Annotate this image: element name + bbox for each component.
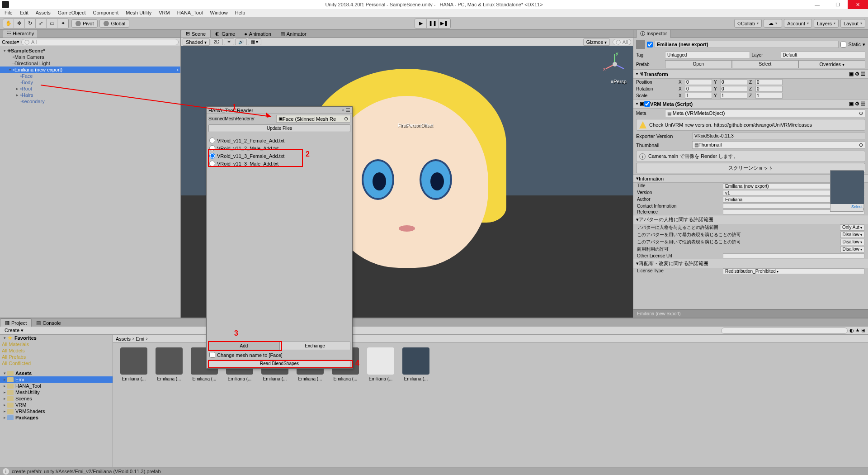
audio-toggle[interactable]: 🔊	[235, 38, 247, 45]
hana-titlebar[interactable]: HANA_Tool_Reader ▫☰	[207, 107, 352, 114]
animation-tab[interactable]: ● Animation	[240, 30, 276, 38]
console-tab[interactable]: ▤ Console	[32, 319, 65, 327]
radio-v112-female[interactable]: VRoid_v11_2_Female_Add.txt	[207, 137, 352, 144]
menu-meshutility[interactable]: Mesh Utility	[122, 9, 155, 17]
folder-meshutility[interactable]: ▸MeshUtility	[0, 389, 113, 395]
pivot-toggle[interactable]: Pivot	[71, 19, 98, 28]
perm3-dropdown[interactable]: Disallow	[840, 239, 864, 245]
step-button[interactable]: ▶❚	[439, 19, 450, 28]
hierarchy-search[interactable]: ◯All	[21, 39, 179, 45]
hana-tool-window[interactable]: HANA_Tool_Reader ▫☰ SkinnedMeshRenderer …	[206, 106, 353, 369]
minimize-button[interactable]: —	[807, 0, 827, 9]
collab-dropdown[interactable]: ◇ Collab	[734, 19, 762, 28]
pos-x[interactable]: 0	[685, 79, 712, 85]
gizmos-dropdown[interactable]: Gizmos ▾	[583, 38, 610, 46]
fav-models[interactable]: All Models	[0, 347, 113, 354]
scl-y[interactable]: 1	[720, 93, 747, 99]
rotate-tool-button[interactable]: ↻	[25, 19, 36, 28]
menu-assets[interactable]: Assets	[32, 9, 54, 17]
hierarchy-item-face[interactable]: ▫ Face	[0, 73, 180, 79]
hierarchy-item-root[interactable]: ▸▫ Root	[0, 86, 180, 92]
fav-materials[interactable]: All Materials	[0, 341, 113, 347]
hand-tool-button[interactable]: ✋	[3, 19, 14, 28]
update-files-button[interactable]: Update Files	[208, 124, 350, 132]
change-mesh-checkbox[interactable]: Change mesh name to [Face]	[207, 351, 352, 359]
folder-scenes[interactable]: ▸Scenes	[0, 395, 113, 402]
smr-field[interactable]: ▣ Face (Skinned Mesh Re⊙	[276, 115, 350, 123]
menu-gameobject[interactable]: GameObject	[54, 9, 90, 17]
radio-v113-male[interactable]: VRoid_v11_3_Male_Add.txt	[207, 160, 352, 167]
rot-y[interactable]: 0	[720, 86, 747, 92]
2d-toggle[interactable]: 2D	[211, 38, 223, 45]
perm1-dropdown[interactable]: Only Aut	[840, 224, 864, 231]
project-create-dropdown[interactable]: Create ▾	[5, 328, 24, 333]
menu-help[interactable]: Help	[231, 9, 249, 17]
prefab-select-button[interactable]: Select	[732, 60, 799, 68]
hana-menu-button[interactable]: ☰	[346, 107, 350, 113]
permission-header[interactable]: ▾アバターの人格に関する許諾範囲	[633, 215, 868, 224]
other-license-field[interactable]	[723, 253, 864, 258]
static-checkbox[interactable]	[840, 42, 846, 48]
prefab-overrides-button[interactable]: Overrides ▾	[798, 60, 865, 68]
lighting-toggle[interactable]: ☀	[224, 38, 234, 45]
hierarchy-item-hairs[interactable]: ▸▫ Hairs	[0, 92, 180, 98]
scene-root[interactable]: ▾◈ SampleScene*	[0, 47, 180, 54]
thumbnail-select-button[interactable]: Select	[830, 204, 863, 209]
account-dropdown[interactable]: Account	[784, 19, 812, 28]
pause-button[interactable]: ❚❚	[427, 19, 439, 28]
shaded-dropdown[interactable]: Shaded ▾	[183, 38, 210, 46]
transform-tool-button[interactable]: ✦	[57, 19, 68, 28]
vrmmeta-header[interactable]: ▾▣ VRM Meta (Script)▣ ⚙ ☰	[633, 99, 868, 109]
rot-z[interactable]: 0	[755, 86, 783, 92]
perm4-dropdown[interactable]: Disallow	[840, 246, 864, 252]
scene-tab[interactable]: ⊞ Scene	[181, 29, 211, 38]
fav-prefabs[interactable]: All Prefabs	[0, 354, 113, 360]
active-checkbox[interactable]	[647, 42, 653, 48]
asset-item[interactable]: Emiliana (...	[153, 347, 185, 381]
layers-dropdown[interactable]: Layers	[814, 19, 839, 28]
axis-gizmo-icon[interactable]: yx	[601, 51, 628, 78]
meta-field[interactable]: ▤ Meta (VRMMetaObject)⊙	[665, 109, 865, 117]
create-dropdown[interactable]: Create	[2, 39, 17, 45]
hierarchy-item-secondary[interactable]: ▫ secondary	[0, 98, 180, 104]
object-name-field[interactable]: Emiliana (new export)	[655, 41, 839, 48]
maximize-button[interactable]: ☐	[827, 0, 848, 9]
menu-file[interactable]: File	[1, 9, 16, 17]
rot-x[interactable]: 0	[685, 86, 712, 92]
menu-edit[interactable]: Edit	[16, 9, 32, 17]
license-type-dropdown[interactable]: Redistribution_Prohibited	[723, 268, 864, 274]
inspector-tab[interactable]: ⓘ Inspector	[636, 30, 671, 38]
folder-hanatool[interactable]: ▸HANA_Tool	[0, 383, 113, 389]
hierarchy-item-emiliana[interactable]: ▾▫ Emiliana (new export)›	[0, 66, 180, 73]
layout-dropdown[interactable]: Layout	[840, 19, 865, 28]
pos-z[interactable]: 0	[755, 79, 783, 85]
breadcrumb-emi[interactable]: Emi	[136, 336, 144, 342]
read-blendshapes-button[interactable]: Read BlendShapes	[208, 360, 350, 367]
hierarchy-item-camera[interactable]: ▫ Main Camera	[0, 54, 180, 60]
menu-component[interactable]: Component	[89, 9, 122, 17]
folder-vrm[interactable]: ▸VRM	[0, 402, 113, 408]
radio-v112-male[interactable]: VRoid_v11_2_Male_Add.txt	[207, 144, 352, 152]
game-tab[interactable]: ◐ Game	[211, 30, 240, 38]
transform-header[interactable]: ▾↯ Transform▣ ⚙ ☰	[633, 69, 868, 79]
tag-dropdown[interactable]: Untagged	[665, 52, 750, 58]
prefab-open-button[interactable]: Open	[665, 60, 732, 68]
animator-tab[interactable]: ▤ Animator	[276, 30, 311, 38]
folder-vrmshaders[interactable]: ▸VRMShaders	[0, 408, 113, 414]
asset-item[interactable]: Emiliana (...	[400, 347, 432, 381]
add-tab[interactable]: Add	[208, 342, 279, 350]
fav-conflicted[interactable]: All Conflicted	[0, 360, 113, 366]
scl-x[interactable]: 1	[685, 93, 712, 99]
menu-hanatool[interactable]: HANA_Tool	[174, 9, 207, 17]
scl-z[interactable]: 1	[755, 93, 783, 99]
global-toggle[interactable]: Global	[99, 19, 129, 28]
assets-folder[interactable]: ▾Assets	[0, 370, 113, 376]
fx-toggle[interactable]: ▦ ▾	[248, 38, 262, 45]
favorites-header[interactable]: ▾Favorites	[0, 335, 113, 341]
radio-v113-female[interactable]: VRoid_v11_3_Female_Add.txt	[207, 152, 352, 160]
hana-dock-button[interactable]: ▫	[342, 107, 344, 113]
project-search[interactable]	[721, 328, 848, 334]
scene-search[interactable]: ◯All	[613, 39, 631, 45]
menu-window[interactable]: Window	[207, 9, 231, 17]
close-button[interactable]: ✕	[848, 0, 868, 9]
